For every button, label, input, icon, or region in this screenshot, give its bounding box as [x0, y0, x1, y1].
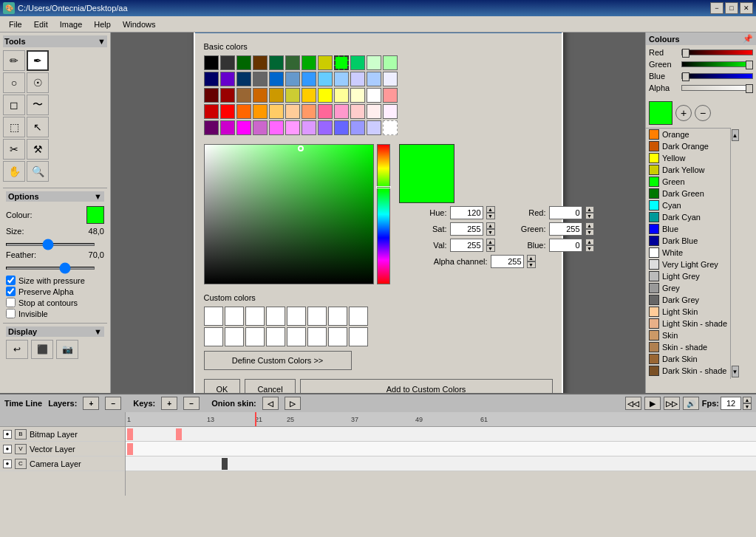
colour-item-green[interactable]: Green: [646, 176, 730, 188]
timeline-scrub-right[interactable]: ▷▷: [664, 397, 680, 410]
display-btn-3[interactable]: 📷: [56, 340, 78, 359]
basic-color-37[interactable]: [220, 104, 235, 119]
fps-spin-down[interactable]: ▼: [743, 403, 752, 410]
basic-color-31[interactable]: [318, 88, 333, 103]
cursor-tool[interactable]: ↖: [27, 117, 49, 137]
fps-input[interactable]: [721, 397, 741, 410]
menu-edit[interactable]: Edit: [28, 18, 54, 30]
basic-color-5[interactable]: [285, 55, 300, 70]
colour-item-very-light-grey[interactable]: Very Light Grey: [646, 259, 730, 270]
green-input[interactable]: [549, 222, 582, 236]
remove-layer-button[interactable]: −: [105, 397, 121, 410]
basic-color-48[interactable]: [204, 120, 219, 135]
sat-spin-up[interactable]: ▲: [486, 222, 495, 229]
blue-spin-up[interactable]: ▲: [585, 239, 594, 245]
eraser-tool[interactable]: ◻: [3, 95, 25, 115]
select-rect-tool[interactable]: ⬚: [3, 117, 25, 137]
red-slider-track[interactable]: [681, 49, 753, 55]
layer-item-vector[interactable]: ● V Vector Layer: [0, 442, 125, 456]
basic-color-7[interactable]: [318, 55, 333, 70]
val-spin-down[interactable]: ▼: [486, 245, 495, 252]
circle-tool[interactable]: ○: [3, 72, 25, 93]
display-btn-1[interactable]: ↩: [6, 340, 28, 359]
basic-color-43[interactable]: [318, 104, 333, 119]
colour-item-blue[interactable]: Blue: [646, 223, 730, 235]
add-to-custom-colors-button[interactable]: Add to Custom Colors: [300, 379, 553, 393]
basic-color-35[interactable]: [383, 88, 398, 103]
add-layer-button[interactable]: +: [83, 397, 99, 410]
basic-color-12[interactable]: [204, 72, 219, 86]
sat-input[interactable]: [450, 222, 483, 236]
timeline-scrub-left[interactable]: ◁◁: [625, 397, 641, 410]
stop-contours-checkbox[interactable]: [6, 298, 16, 307]
color-gradient[interactable]: [204, 144, 374, 284]
basic-color-0[interactable]: [204, 55, 219, 70]
basic-color-53[interactable]: [285, 120, 300, 135]
display-btn-2[interactable]: ⬛: [31, 340, 53, 359]
basic-color-55[interactable]: [318, 120, 333, 135]
blue-slider-track[interactable]: [681, 73, 753, 79]
custom-color-7[interactable]: [349, 307, 368, 326]
basic-color-39[interactable]: [253, 104, 268, 119]
basic-color-34[interactable]: [367, 88, 381, 103]
define-custom-colors-button[interactable]: Define Custom Colors >>: [204, 351, 352, 370]
custom-color-13[interactable]: [307, 327, 327, 346]
basic-color-16[interactable]: [269, 72, 284, 86]
pen-tool[interactable]: ✒: [27, 50, 49, 71]
basic-color-2[interactable]: [236, 55, 251, 70]
colour-item-dark-skin[interactable]: Dark Skin: [646, 353, 730, 365]
size-pressure-checkbox[interactable]: [6, 276, 16, 285]
basic-color-49[interactable]: [220, 120, 235, 135]
basic-color-6[interactable]: [302, 55, 316, 70]
custom-color-12[interactable]: [287, 327, 306, 346]
basic-color-8[interactable]: [334, 55, 349, 70]
basic-color-27[interactable]: [253, 88, 268, 103]
onion-skin-prev[interactable]: ◁: [262, 397, 279, 410]
basic-color-33[interactable]: [350, 88, 365, 103]
colour-list-scrollbar[interactable]: ▲ ▼: [730, 128, 739, 379]
colour-item-dark-grey[interactable]: Dark Grey: [646, 294, 730, 306]
zoom-tool[interactable]: 🔍: [27, 161, 49, 182]
custom-color-5[interactable]: [307, 307, 327, 326]
basic-color-58[interactable]: [367, 120, 381, 135]
red-spin-up[interactable]: ▲: [585, 206, 594, 213]
sat-spin-down[interactable]: ▼: [486, 229, 495, 236]
vector-layer-visibility[interactable]: ●: [3, 445, 12, 454]
basic-color-44[interactable]: [334, 104, 349, 119]
basic-color-40[interactable]: [269, 104, 284, 119]
minimize-button[interactable]: −: [710, 2, 723, 14]
basic-color-15[interactable]: [253, 72, 268, 86]
basic-color-29[interactable]: [285, 88, 300, 103]
colour-item-dark-blue[interactable]: Dark Blue: [646, 235, 730, 247]
basic-color-45[interactable]: [350, 104, 365, 119]
colour-item-skin[interactable]: Skin: [646, 329, 730, 341]
maximize-button[interactable]: □: [725, 2, 738, 14]
size-slider[interactable]: [6, 243, 95, 246]
custom-color-1[interactable]: [225, 307, 244, 326]
canvas-area[interactable]: 🎨 Select color ✕ Basic colors: [111, 33, 645, 393]
preserve-alpha-checkbox[interactable]: [6, 287, 16, 296]
basic-color-20[interactable]: [334, 72, 349, 86]
colours-panel-pin[interactable]: 📌: [743, 34, 753, 44]
pencil-tool[interactable]: ✏: [3, 50, 25, 71]
basic-color-56[interactable]: [334, 120, 349, 135]
colour-item-light-skin[interactable]: Light Skin: [646, 306, 730, 318]
basic-color-51[interactable]: [253, 120, 268, 135]
basic-color-47[interactable]: [383, 104, 398, 119]
custom-color-14[interactable]: [328, 327, 347, 346]
val-input[interactable]: [450, 239, 483, 252]
blue-input[interactable]: [549, 239, 582, 252]
remove-colour-button[interactable]: −: [695, 105, 711, 121]
camera-layer-visibility[interactable]: ●: [3, 459, 12, 468]
remove-key-button[interactable]: −: [183, 397, 200, 410]
custom-color-3[interactable]: [266, 307, 285, 326]
colour-item-orange[interactable]: Orange: [646, 129, 730, 140]
bitmap-layer-visibility[interactable]: ●: [3, 430, 12, 439]
val-spin-up[interactable]: ▲: [486, 239, 495, 245]
menu-help[interactable]: Help: [88, 18, 117, 30]
invisible-checkbox[interactable]: [6, 309, 16, 318]
scissors-tool[interactable]: ✂: [3, 139, 25, 160]
layer-item-bitmap[interactable]: ● B Bitmap Layer: [0, 427, 125, 442]
menu-windows[interactable]: Windows: [117, 18, 162, 30]
basic-color-30[interactable]: [302, 88, 316, 103]
